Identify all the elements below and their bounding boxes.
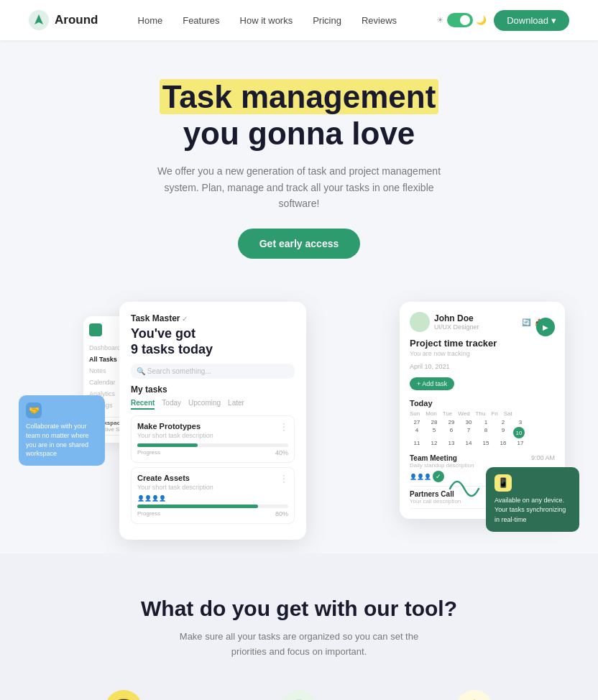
cal-cell: 12 [427,440,441,446]
features-title: What do you get with our tool? [43,597,555,621]
nav-how-it-works[interactable]: How it works [240,15,293,26]
feature-darkmode: ⭐ Light / dark mode A elementum, imperdi… [394,689,555,700]
add-task-button[interactable]: + Add task [410,377,454,390]
cal-cell: 11 [410,440,424,446]
task-item-2-progress-pct: 80% [275,510,288,517]
hero-title-highlight: Task management [160,79,439,114]
feature-analytics: Tasks analytics Non imperdiet facilisis … [218,689,380,700]
task-title-line1: You've got [131,326,196,341]
nav-reviews[interactable]: Reviews [362,15,397,26]
cal-row-2: 4 5 6 7 8 9 10 [410,427,555,438]
cal-cell: 9 [496,427,510,438]
cal-cell: 30 [461,419,476,425]
device-sync-tooltip: 📱 Available on any device. Your tasks sy… [486,467,579,533]
task-card-title: You've got 9 tasks today [131,326,295,357]
cal-sun: Sun [410,410,420,417]
tab-later[interactable]: Later [228,399,244,410]
today-label: Today [410,399,555,407]
cal-row-3: 11 12 13 14 15 16 17 [410,440,555,446]
collaborate-text: Collaborate with your team no matter whe… [26,423,89,457]
task-tabs: Recent Today Upcoming Later [131,399,295,410]
tracker-header: John Doe UI/UX Designer 🔄 📤 ⋮ [410,312,555,332]
task-item-2-progress-fill [137,505,258,508]
cta-button[interactable]: Get early access [238,229,361,259]
logo-icon [29,10,49,30]
features-grid: 💬 Comments on tasks Id mollis consectetu… [43,689,555,700]
cal-thu: Thu [476,410,486,417]
task-item-2-title: Create Assets [137,474,190,482]
my-tasks-label: My tasks [131,384,295,395]
comment-icon: 💬 [105,690,142,700]
logo[interactable]: Around [29,10,98,30]
nav-links: Home Features How it works Pricing Revie… [138,15,397,26]
tracker-icon-1: 🔄 [522,318,530,326]
sun-icon: ☀ [436,15,444,25]
cal-cell: 7 [461,427,476,438]
task-search[interactable]: 🔍 Search something... [131,364,295,379]
logo-text: Around [55,13,98,27]
analytics-icon [280,690,318,700]
download-button[interactable]: Download [494,10,569,31]
task-item-2-sub: Your short task description [137,484,288,491]
task-card-greeting: Task Master ✓ [131,313,295,323]
nav-home[interactable]: Home [138,15,163,26]
nav-pricing[interactable]: Pricing [313,15,341,26]
screenshots-area: Dashboard All Tasks Notes Calendar Analy… [19,302,579,532]
cal-cell: 5 [427,427,441,438]
star-icon: ⭐ [456,690,493,700]
event-1-time: 9:00 AM [531,454,555,462]
nav-features[interactable]: Features [183,15,219,26]
nav-right: ☀ 🌙 Download [436,10,569,31]
cal-cell-today: 10 [513,427,525,438]
collaborate-tooltip: 🤝 Collaborate with your team no matter w… [19,395,105,465]
features-subtitle: Make sure all your tasks are organized s… [162,630,436,660]
progress-label-text-2: Progress [137,510,160,517]
hero-title-rest: you gonna love [183,116,415,151]
tracker-avatar [410,312,430,332]
cal-cell: 8 [479,427,493,438]
cal-cell: 4 [410,427,424,438]
tab-recent[interactable]: Recent [131,399,155,410]
cal-cell: 13 [444,440,459,446]
task-item-1-title: Make Prototypes [137,422,201,430]
event-1-title: Team Meeting [410,454,457,462]
tracker-title: Project time tracker [410,338,497,349]
tracker-name: John Doe [434,313,479,323]
tab-upcoming[interactable]: Upcoming [188,399,221,410]
cal-cell: 2 [496,419,510,425]
cal-cell: 3 [513,419,528,425]
theme-toggle[interactable] [447,13,473,27]
cal-cell: 14 [461,440,476,446]
collaborate-icon: 🤝 [26,402,42,418]
feature-analytics-icon-wrap [279,689,319,700]
task-item-1-progress-fill [137,443,198,447]
features-section: What do you get with our tool? Make sure… [0,553,598,700]
calendar-grid: Sun Mon Tue Wed Thu Fri Sat 27 28 29 30 … [410,410,555,446]
tracker-play-button[interactable]: ▶ [536,318,555,336]
cal-row-1: 27 28 29 30 1 2 3 [410,419,555,425]
cal-fri: Fri [491,410,497,417]
feature-darkmode-icon-wrap: ⭐ [454,689,494,700]
tracker-date: April 10, 2021 [410,363,555,370]
task-master-name: Task Master [131,313,180,323]
cal-cell: 17 [513,440,528,446]
cal-cell: 16 [496,440,510,446]
cal-cell: 28 [427,419,441,425]
hero-title: Task management you gonna love [83,79,515,152]
task-item-1-sub: Your short task description [137,432,288,439]
squiggle-decoration [443,467,486,510]
cal-cell: 6 [444,427,459,438]
feature-comments: 💬 Comments on tasks Id mollis consectetu… [43,689,204,700]
cal-cell: 27 [410,419,424,425]
task-card: Task Master ✓ You've got 9 tasks today 🔍… [119,302,306,539]
hero-subtitle: We offer you a new generation of task an… [155,163,443,211]
task-item-1-menu[interactable]: ⋮ [280,422,288,432]
check-icon: ✓ [182,315,188,323]
navbar: Around Home Features How it works Pricin… [0,0,598,40]
progress-label-text: Progress [137,449,160,456]
task-title-count: 9 tasks today [131,342,213,356]
device-sync-icon: 📱 [494,474,512,492]
task-item-2-menu[interactable]: ⋮ [280,474,288,484]
tab-today[interactable]: Today [162,399,181,410]
hero-section: Task management you gonna love We offer … [0,40,598,280]
